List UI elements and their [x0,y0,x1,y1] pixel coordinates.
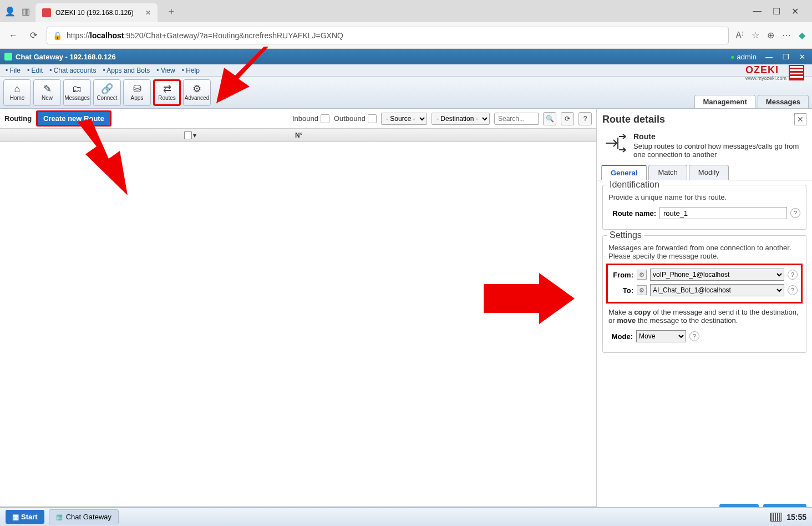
new-tab-button[interactable]: ＋ [162,4,181,18]
copy-move-text: Make a copy of the message and send it t… [608,308,800,325]
inbound-toggle[interactable]: Inbound [292,114,329,123]
source-select[interactable]: - Source - [381,113,427,125]
inbound-checkbox[interactable] [321,114,329,123]
from-help-icon[interactable]: ? [788,270,798,280]
menu-help[interactable]: Help [179,67,203,74]
back-button[interactable]: ← [7,29,20,42]
tab-match[interactable]: Match [648,165,687,180]
settings-desc: Messages are forwarded from one connecti… [608,244,800,260]
toolbar-routes[interactable]: ⇄Routes [153,79,181,106]
tab-close-icon[interactable]: ✕ [145,9,151,17]
routes-icon: ⇄ [163,84,171,94]
refresh-button[interactable]: ⟳ [561,112,574,125]
profile-icon[interactable]: 👤 [4,6,16,17]
url-text: https://localhost:9520/Chat+Gateway/?a=R… [67,31,343,40]
mode-label: Mode: [608,332,633,341]
app-title: Chat Gateway - 192.168.0.126 [16,53,116,61]
advanced-icon: ⚙ [192,84,201,94]
lock-icon: 🔒 [53,31,62,40]
create-route-button[interactable]: Create new Route [36,110,111,127]
to-label: To: [611,286,633,295]
route-description: Setup routes to control how messages/cal… [633,142,799,159]
chevron-down-icon: ▾ [193,132,196,139]
app-minimize-icon[interactable]: — [763,53,775,61]
settings-legend: Settings [607,230,644,240]
to-select[interactable]: AI_Chat_Bot_1@localhost [650,284,784,296]
outbound-toggle[interactable]: Outbound [334,114,377,123]
search-button[interactable]: 🔍 [543,112,556,125]
menu-view[interactable]: View [153,67,178,74]
tab-messages[interactable]: Messages [758,95,809,108]
from-label: From: [611,271,633,279]
menu-chat-accounts[interactable]: Chat accounts [46,67,99,74]
route-list-body [0,142,596,506]
toolbar-apps[interactable]: ⛁Apps [123,79,151,106]
to-gear-icon[interactable]: ⚙ [637,285,647,295]
menu-apps-bots[interactable]: Apps and Bots [99,67,153,74]
tab-modify[interactable]: Modify [689,165,729,180]
app-maximize-icon[interactable]: ❐ [780,53,791,61]
toolbar-new[interactable]: ✎New [33,79,61,106]
new-icon: ✎ [43,84,52,94]
route-name-label: Route name: [608,209,656,218]
outbound-checkbox[interactable] [368,114,377,123]
window-minimize-icon[interactable]: — [753,6,762,17]
toolbar-home[interactable]: ⌂Home [3,79,31,106]
window-close-icon[interactable]: ✕ [791,6,799,17]
app-close-icon[interactable]: ✕ [797,53,808,61]
url-field[interactable]: 🔒 https://localhost:9520/Chat+Gateway/?a… [47,27,729,44]
identification-legend: Identification [607,180,662,190]
favorite-icon[interactable]: ☆ [752,30,759,41]
taskbar-chat-gateway[interactable]: ▦ Chat Gateway [49,509,119,524]
help-button[interactable]: ? [578,112,592,125]
brand-logo[interactable]: OZEKI www.myozeki.com [745,64,808,81]
header-checkbox[interactable]: ▾ [0,132,200,139]
keyboard-icon[interactable] [770,513,782,522]
collections-icon[interactable]: ⊕ [767,30,774,41]
messages-icon: 🗂 [72,84,82,94]
table-header: ▾ N° [0,129,596,142]
search-input[interactable] [494,113,539,125]
route-icon [603,132,628,154]
browser-tab[interactable]: OZEKI 10 (192.168.0.126) ✕ [35,3,158,22]
mode-select[interactable]: Move [636,330,686,342]
route-title: Route [633,132,805,141]
from-to-highlight-box: From: ⚙ voIP_Phone_1@localhost ? To: ⚙ A… [606,264,803,304]
copilot-icon[interactable]: ◆ [799,30,805,41]
destination-select[interactable]: - Destination - [432,113,490,125]
tab-title: OZEKI 10 (192.168.0.126) [55,9,134,17]
menu-file[interactable]: File [2,67,24,74]
read-aloud-icon[interactable]: A⁾ [735,30,744,41]
route-name-help-icon[interactable]: ? [790,208,800,218]
brand-square-icon [789,65,804,80]
tab-general[interactable]: General [601,165,647,180]
user-indicator[interactable]: ● admin [730,53,757,61]
reload-button[interactable]: ⟳ [27,29,40,42]
app-title-icon [4,53,12,60]
from-select[interactable]: voIP_Phone_1@localhost [650,269,784,281]
apps-icon: ⛁ [133,84,141,94]
clock: 15:55 [786,513,806,522]
tabs-icon[interactable]: ▥ [20,6,31,17]
toolbar-messages[interactable]: 🗂Messages [63,79,91,106]
detail-header: Route details [602,114,794,125]
connect-icon: 🔗 [101,84,113,94]
start-icon: ▦ [12,513,19,521]
identification-desc: Provide a unique name for this route. [608,193,800,201]
menu-edit[interactable]: Edit [24,67,46,74]
routing-label: Routing [4,114,32,123]
from-gear-icon[interactable]: ⚙ [637,270,647,280]
column-no: N° [200,132,398,139]
close-detail-button[interactable]: ✕ [794,113,806,125]
start-button[interactable]: ▦ Start [6,510,44,524]
tab-management[interactable]: Management [694,95,755,108]
route-name-input[interactable] [659,207,787,219]
to-help-icon[interactable]: ? [788,285,798,295]
toolbar-advanced[interactable]: ⚙Advanced [183,79,211,106]
status-dot-icon: ● [730,53,735,61]
window-maximize-icon[interactable]: ☐ [773,6,780,17]
home-icon: ⌂ [14,84,21,94]
toolbar-connect[interactable]: 🔗Connect [93,79,121,106]
more-icon[interactable]: ⋯ [782,30,791,41]
mode-help-icon[interactable]: ? [689,331,699,341]
